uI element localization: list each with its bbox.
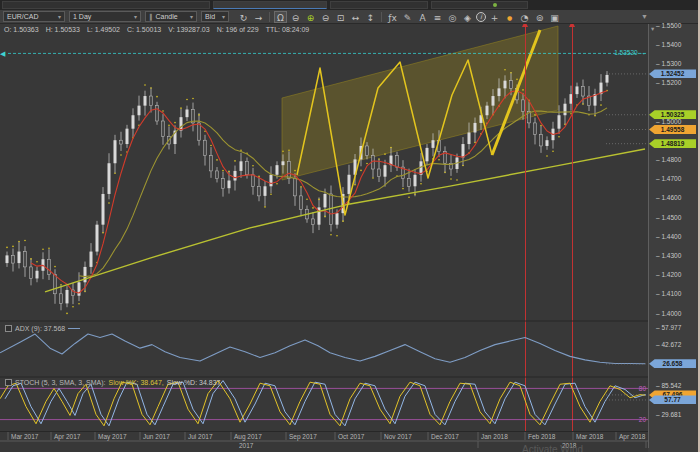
chevron-down-icon: ▾ — [190, 13, 193, 20]
eye-icon[interactable]: ◎ — [446, 11, 459, 23]
price-badge: 1.49558 — [649, 125, 696, 134]
price-side-select[interactable]: Bid ▾ — [201, 11, 229, 22]
time-axis-month-label: Sep 2017 — [289, 433, 317, 440]
stoch-visibility-checkbox[interactable] — [5, 379, 12, 386]
price-axis-tick: – 1.4800 — [656, 156, 698, 163]
time-axis-month-label: Mar 2018 — [576, 433, 603, 440]
adx-visibility-checkbox[interactable] — [5, 325, 12, 332]
toolbar-separator — [269, 12, 270, 22]
chart-tab[interactable] — [330, 1, 428, 9]
zoom-box-icon[interactable]: ⊡ — [334, 11, 347, 23]
ohlc-field: L: 1.49502 — [87, 26, 120, 33]
alert-price-label[interactable]: 1.53520 → — [586, 49, 646, 56]
indicator-icon[interactable]: ◈ — [461, 11, 474, 23]
zoom-reset-icon[interactable]: ⊖ — [319, 11, 332, 23]
time-axis-month-label: Oct 2017 — [338, 433, 364, 440]
stoch-level-label: 20 — [616, 416, 646, 423]
price-axis-tick: – 1.4400 — [656, 233, 698, 240]
price-axis-tick: – 1.4300 — [656, 252, 698, 259]
settings-icon[interactable]: ⊚ — [533, 11, 546, 23]
ohlc-field: V: 139287.03 — [168, 26, 209, 33]
save-icon[interactable]: ▣ — [548, 11, 561, 23]
price-axis-tick: – 1.5200 — [656, 79, 698, 86]
chart-tab-active[interactable] — [213, 1, 327, 9]
time-axis-month-label: Mar 2017 — [11, 433, 38, 440]
candle-icon: ∥ — [149, 13, 153, 21]
price-axis-tick: – 1.5300 — [656, 60, 698, 67]
chevron-down-icon: ▾ — [58, 13, 61, 20]
price-badge: 57.77 — [649, 395, 696, 404]
time-axis-month-label: May 2017 — [98, 433, 127, 440]
function-icon[interactable]: ƒx — [386, 11, 399, 23]
interval-select[interactable]: 1 Day ▾ — [69, 11, 141, 22]
symbol-value: EUR/CAD — [7, 13, 55, 20]
adx-legend-line — [68, 328, 80, 329]
text-tool-icon[interactable]: A — [416, 11, 429, 23]
price-axis-tick: – 1.4500 — [656, 214, 698, 221]
price-badge: 1.50325 — [649, 110, 696, 119]
time-axis-month-label: Dec 2017 — [431, 433, 459, 440]
price-axis-tick: – 1.4700 — [656, 175, 698, 182]
chart-toolbar: EUR/CAD ▾ 1 Day ▾ ∥ Candle ▾ Bid ▾ ↻→Ω⊖⊕… — [0, 10, 700, 24]
ohlc-field: O: 1.50363 — [4, 26, 39, 33]
ohlc-field: N: 196 of 229 — [217, 26, 259, 33]
trading-app-window: EUR/CAD ▾ 1 Day ▾ ∥ Candle ▾ Bid ▾ ↻→Ω⊖⊕… — [0, 0, 700, 452]
adx-axis-tick: – 57.977 — [656, 324, 698, 331]
chart-tab-bar — [0, 0, 700, 10]
chart-type-select[interactable]: ∥ Candle ▾ — [145, 11, 197, 22]
price-side-value: Bid — [205, 13, 219, 20]
activate-windows-watermark: Activate Wind — [522, 444, 583, 452]
markers-icon[interactable]: ● — [503, 11, 516, 23]
stoch-label-text: STOCH (5, 3, SMA, 3, SMA): — [15, 379, 106, 386]
goto-latest-icon[interactable]: → — [252, 11, 265, 23]
symbol-select[interactable]: EUR/CAD ▾ — [3, 11, 65, 22]
adx-axis-tick: – 42.672 — [656, 341, 698, 348]
price-axis-options-caret[interactable]: ▾ — [651, 25, 693, 32]
ohlc-field: TTL: 08:24:09 — [266, 26, 310, 33]
ohlc-readout: O: 1.50363H: 1.50533L: 1.49502C: 1.50013… — [4, 26, 309, 33]
chevron-down-icon: ▾ — [134, 13, 137, 20]
info-icon[interactable]: i — [476, 12, 486, 22]
chevron-down-icon: ▾ — [222, 13, 225, 20]
chart-tab[interactable] — [431, 1, 528, 9]
stoch-k-value: Slow %K: 38.647, — [109, 379, 164, 386]
time-axis-month-label: Apr 2017 — [54, 433, 80, 440]
interval-value: 1 Day — [73, 13, 131, 20]
draw-tool-icon[interactable]: ✎ — [401, 11, 414, 23]
time-axis-month-label: Feb 2018 — [528, 433, 555, 440]
stoch-level-label: 80 — [616, 385, 646, 392]
stoch-indicator-label: STOCH (5, 3, SMA, 3, SMA): Slow %K: 38.6… — [5, 379, 220, 386]
toolbar-icons: ↻→Ω⊖⊕⊖⊡↔↕ƒx✎A≡◎◈i+●◔⊚▣ — [237, 11, 561, 23]
time-axis-year-label: 2017 — [239, 442, 253, 449]
time-axis-month-label: Nov 2017 — [384, 433, 412, 440]
refresh-icon[interactable]: ↻ — [237, 11, 250, 23]
price-badge: 1.48819 — [649, 139, 696, 148]
crosshair-icon[interactable]: + — [488, 11, 501, 23]
adx-indicator-label: ADX (9): 37.568 — [5, 325, 80, 332]
snapshot-icon[interactable]: ◔ — [518, 11, 531, 23]
price-badge: 26.658 — [649, 359, 696, 368]
alert-left-marker-icon: ◀ — [0, 50, 5, 58]
new-tab-icon[interactable] — [493, 3, 497, 7]
stoch-d-value: Slow %D: 34.837 — [167, 379, 221, 386]
price-axis-tick: – 1.4000 — [656, 310, 698, 317]
horizontal-scale-icon[interactable]: ↔ — [349, 11, 362, 23]
vertical-scale-icon[interactable]: ↕ — [364, 11, 377, 23]
price-axis-tick: – 1.4600 — [656, 194, 698, 201]
lock-icon[interactable]: Ω — [274, 11, 287, 23]
chart-tab[interactable] — [2, 1, 210, 9]
toolbar-separator — [381, 12, 382, 22]
ohlc-field: C: 1.50013 — [127, 26, 161, 33]
layers-icon[interactable]: ≡ — [431, 11, 444, 23]
price-axis-tick: – 1.4200 — [656, 271, 698, 278]
adx-label-text: ADX (9): 37.568 — [15, 325, 65, 332]
zoom-in-icon[interactable]: ⊕ — [304, 11, 317, 23]
chart-type-value: Candle — [156, 13, 187, 20]
time-axis-month-label: Jul 2017 — [188, 433, 213, 440]
time-axis-month-label: Jun 2017 — [143, 433, 170, 440]
collapse-toolbar-button[interactable]: ▼ — [641, 13, 648, 20]
stoch-axis-tick: – 29.681 — [656, 411, 698, 418]
zoom-out-icon[interactable]: ⊖ — [289, 11, 302, 23]
stoch-axis-tick: – 85.542 — [656, 382, 698, 389]
price-axis-tick: – 1.4100 — [656, 290, 698, 297]
